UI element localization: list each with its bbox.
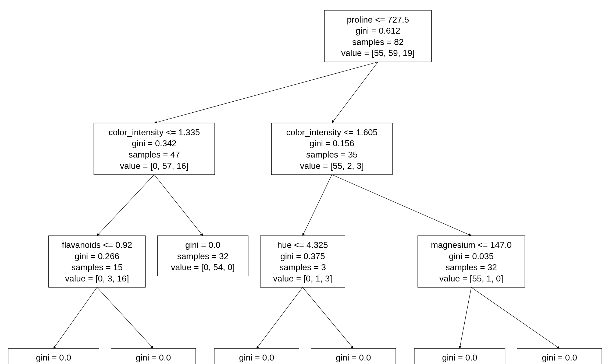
tree-node-line: gini = 0.0 — [136, 353, 171, 362]
tree-node-line: color_intensity <= 1.335 — [109, 127, 200, 137]
tree-node-line: value = [55, 1, 0] — [439, 274, 503, 283]
tree-node: gini = 0.0samples = 2value = [0, 3, 0] — [111, 348, 196, 364]
tree-edge — [257, 287, 302, 348]
tree-node-line: magnesium <= 147.0 — [431, 240, 512, 250]
tree-node: color_intensity <= 1.605gini = 0.156samp… — [272, 123, 393, 175]
tree-node-line: color_intensity <= 1.605 — [286, 127, 378, 137]
tree-node: hue <= 4.325gini = 0.375samples = 3value… — [260, 236, 345, 287]
tree-edge — [154, 175, 203, 236]
tree-node: magnesium <= 147.0gini = 0.035samples = … — [418, 236, 525, 287]
tree-edge — [154, 62, 378, 123]
tree-node-line: flavanoids <= 0.92 — [62, 240, 132, 250]
tree-edge — [54, 287, 97, 348]
tree-node-line: gini = 0.266 — [75, 251, 119, 261]
tree-node-line: gini = 0.156 — [309, 138, 354, 148]
tree-node-line: gini = 0.0 — [36, 353, 71, 362]
tree-node-line: gini = 0.375 — [280, 251, 325, 261]
tree-node-line: hue <= 4.325 — [277, 240, 328, 250]
tree-node-line: gini = 0.035 — [449, 251, 494, 261]
tree-edge — [97, 175, 154, 236]
tree-node-line: gini = 0.0 — [239, 353, 274, 362]
tree-node-line: samples = 3 — [279, 262, 326, 272]
tree-edge — [303, 287, 354, 348]
tree-node-line: gini = 0.342 — [132, 138, 176, 148]
tree-node-line: gini = 0.0 — [185, 240, 220, 250]
tree-node: flavanoids <= 0.92gini = 0.266samples = … — [49, 236, 145, 287]
tree-node-line: value = [0, 57, 16] — [120, 161, 188, 171]
tree-node-line: samples = 82 — [352, 37, 404, 47]
tree-node-line: value = [55, 59, 19] — [341, 48, 415, 58]
tree-node-line: samples = 47 — [129, 150, 180, 159]
tree-node: gini = 0.0samples = 13value = [0, 0, 16] — [8, 348, 99, 364]
tree-node: gini = 0.0samples = 1value = [0, 1, 0] — [214, 348, 299, 364]
tree-node-line: proline <= 727.5 — [347, 15, 409, 24]
tree-node: color_intensity <= 1.335gini = 0.342samp… — [94, 123, 215, 175]
tree-node-line: samples = 35 — [306, 150, 358, 159]
tree-edge — [460, 287, 471, 348]
tree-node-line: value = [0, 3, 16] — [65, 274, 129, 283]
tree-node-line: gini = 0.0 — [542, 353, 577, 362]
tree-node-line: samples = 32 — [177, 251, 229, 261]
decision-tree-diagram: proline <= 727.5gini = 0.612samples = 82… — [0, 0, 609, 364]
tree-node-line: value = [0, 1, 3] — [273, 274, 332, 283]
tree-node-line: gini = 0.0 — [336, 353, 371, 362]
tree-edge — [471, 287, 560, 348]
tree-node: gini = 0.0samples = 2value = [0, 0, 3] — [311, 348, 396, 364]
tree-node-line: value = [0, 54, 0] — [171, 262, 235, 272]
tree-node-line: gini = 0.612 — [355, 26, 400, 35]
tree-edge — [97, 287, 154, 348]
tree-node: gini = 0.0samples = 32value = [0, 54, 0] — [158, 236, 248, 276]
tree-node-line: samples = 32 — [446, 262, 497, 272]
tree-node-line: gini = 0.0 — [442, 353, 477, 362]
tree-node: gini = 0.0samples = 31value = [55, 0, 0] — [414, 348, 505, 364]
tree-node-line: value = [55, 2, 3] — [300, 161, 364, 171]
tree-edge — [332, 175, 471, 236]
tree-edge — [332, 62, 378, 123]
tree-node-line: samples = 15 — [71, 262, 123, 272]
tree-edge — [303, 175, 332, 236]
tree-node: gini = 0.0samples = 1value = [0, 1, 0] — [517, 348, 602, 364]
tree-node: proline <= 727.5gini = 0.612samples = 82… — [324, 10, 431, 62]
